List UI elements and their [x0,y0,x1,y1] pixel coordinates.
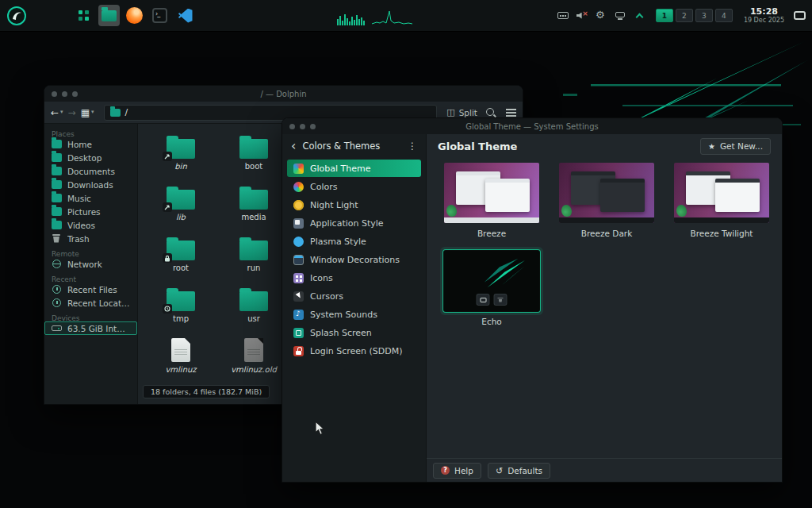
places-entry[interactable]: 63.5 GiB Internal Dr… [44,321,137,335]
places-entry[interactable]: Documents [44,164,137,178]
titlebar-button[interactable] [289,124,295,129]
settings-titlebar[interactable]: Global Theme — System Settings [282,118,782,134]
titlebar-button[interactable] [62,91,67,97]
preview-window [715,179,760,212]
system-monitor-widget[interactable] [337,6,413,25]
file-item[interactable]: tmp [144,284,217,335]
keyboard-icon[interactable] [557,10,569,21]
places-entry[interactable]: Desktop [44,151,137,164]
file-item[interactable]: usr [217,284,290,335]
places-entry[interactable]: Trash [44,232,137,245]
view-dropdown-icon[interactable] [91,110,94,115]
cursors-category[interactable]: Cursors [287,287,421,305]
file-item[interactable]: boot [217,132,290,183]
places-entry[interactable]: Music [44,191,137,205]
workspace-button[interactable]: 1 [656,9,673,22]
workspace-button[interactable]: 3 [695,9,713,22]
preview-panel [444,217,539,223]
screen-icon [480,298,486,302]
login-screen-sddm-category[interactable]: Login Screen (SDDM) [287,342,421,360]
documents-icon [52,167,62,175]
file-item[interactable]: vmlinuz.old [217,335,290,386]
titlebar-button[interactable] [52,91,57,97]
workspace-button[interactable]: 2 [676,9,693,22]
app-grid-taskbar-button[interactable] [73,5,94,26]
folder-icon [239,139,268,159]
recent-locations-icon [52,298,62,307]
theme-name: Echo [444,317,539,326]
status-bar: 18 folders, 4 files (182.7 MiB) [143,385,270,398]
titlebar-button[interactable] [300,124,305,129]
hamburger-menu-icon[interactable] [506,108,516,117]
theme-remove-button[interactable] [494,294,508,306]
colors-category[interactable]: Colors [287,178,421,195]
file-item[interactable]: vmlinuz [144,335,217,386]
application-style-category[interactable]: Application Style [287,214,421,232]
global-theme-category[interactable]: Global Theme [287,160,421,177]
splash-screen-category[interactable]: Splash Screen [287,324,421,341]
display-icon[interactable] [615,10,626,21]
places-entry[interactable]: Videos [44,218,137,232]
file-item[interactable]: media [217,183,290,233]
konsole-taskbar-button[interactable] [149,5,170,26]
volume-muted-icon[interactable] [576,10,588,21]
firefox-taskbar-button[interactable] [124,5,145,26]
clock-widget[interactable]: 15:28 19 Dec 2025 [744,6,784,25]
places-entry[interactable]: Recent [44,271,137,283]
forward-button[interactable] [68,108,76,117]
system-sounds-category[interactable]: System Sounds [287,306,421,323]
places-entry[interactable]: Recent Locations [44,296,137,310]
breeze-theme-card[interactable]: Breeze [444,163,539,238]
file-item[interactable]: run [217,233,290,284]
file-item[interactable]: lib [144,183,217,233]
launcher-icon[interactable] [6,6,27,26]
application-style-icon [293,218,304,229]
breeze-dark-theme-card[interactable]: Breeze Dark [559,163,654,238]
places-entry[interactable]: Devices [44,310,137,321]
firefox-icon [126,7,143,24]
split-button[interactable]: Split [446,107,477,117]
theme-file-button[interactable] [477,294,490,306]
settings-title: Global Theme — System Settings [282,122,782,131]
back-icon[interactable] [291,140,296,152]
echo-theme-card[interactable]: Echo [444,251,539,326]
content-header: Global Theme Get New... [427,134,782,158]
preview-window [600,179,645,212]
places-entry[interactable]: Home [44,137,137,151]
file-item[interactable]: bin [144,132,217,183]
titlebar-button[interactable] [72,91,78,97]
dolphin-titlebar[interactable]: / — Dolphin [44,86,523,102]
defaults-button[interactable]: Defaults [488,463,550,479]
dolphin-taskbar-button[interactable] [98,5,120,26]
overflow-menu-icon[interactable] [408,140,417,152]
breeze-twilight-theme-card[interactable]: Breeze Twilight [674,163,769,238]
file-item[interactable]: root [144,233,217,284]
back-button[interactable] [51,108,59,117]
view-mode-button[interactable] [81,108,90,117]
vscode-taskbar-button[interactable] [174,5,196,26]
places-entry[interactable]: Recent Files [44,283,137,296]
tray-expander-icon[interactable] [634,10,645,21]
window-decorations-category[interactable]: Window Decorations [287,251,421,268]
places-entry[interactable]: Places [44,125,137,137]
places-entry[interactable]: Network [44,257,137,271]
search-icon[interactable] [485,107,496,118]
icons-category[interactable]: Icons [287,269,421,287]
plasma-style-icon [293,237,304,247]
settings-gear-icon[interactable] [596,10,607,21]
titlebar-button[interactable] [310,124,316,129]
help-button[interactable]: Help [433,463,481,479]
night-light-icon [293,200,304,210]
system-sounds-icon [293,310,304,320]
show-desktop-button[interactable] [794,11,806,20]
places-entry[interactable]: Pictures [44,205,137,218]
plasma-style-category[interactable]: Plasma Style [287,233,421,250]
get-new-button[interactable]: Get New... [700,138,771,155]
night-light-category[interactable]: Night Light [287,196,421,214]
workspace-button[interactable]: 4 [715,9,733,22]
folder-icon [239,190,268,210]
places-entry[interactable]: Remote [44,245,137,257]
places-entry[interactable]: Downloads [44,178,137,191]
back-dropdown-icon[interactable] [60,110,63,115]
file-icon [244,338,263,362]
